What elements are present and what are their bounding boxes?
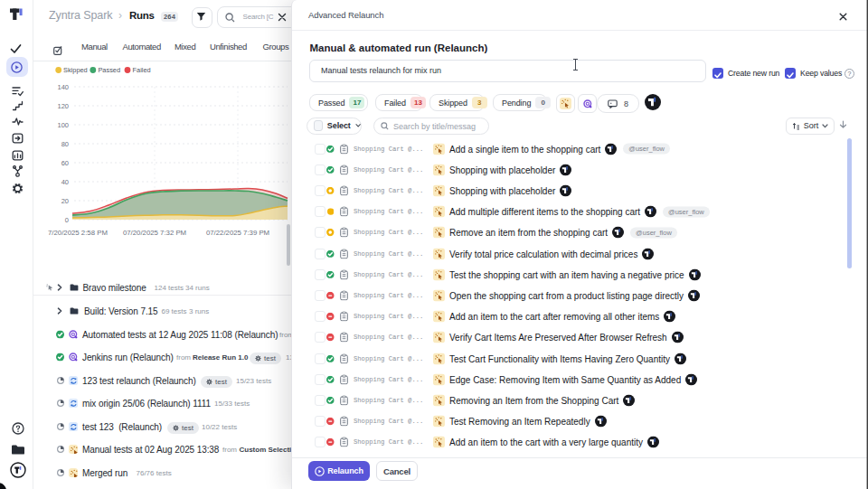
svg-text:07/22/2025 7:39 PM: 07/22/2025 7:39 PM (206, 229, 269, 237)
svg-text:Passed: Passed (98, 66, 120, 74)
svg-text:Skipped: Skipped (63, 66, 88, 74)
svg-text:140: 140 (57, 83, 69, 91)
svg-text:07/20/2025 7:32 PM: 07/20/2025 7:32 PM (123, 229, 186, 237)
svg-text:40: 40 (61, 178, 69, 186)
svg-text:100: 100 (57, 121, 69, 129)
svg-text:60: 60 (61, 159, 69, 167)
svg-text:120: 120 (57, 102, 69, 110)
svg-text:80: 80 (61, 140, 69, 148)
svg-text:7/20/2025 2:58 PM: 7/20/2025 2:58 PM (48, 229, 108, 237)
svg-text:20: 20 (61, 197, 69, 205)
svg-text:0: 0 (65, 216, 69, 224)
svg-text:Failed: Failed (133, 66, 151, 74)
